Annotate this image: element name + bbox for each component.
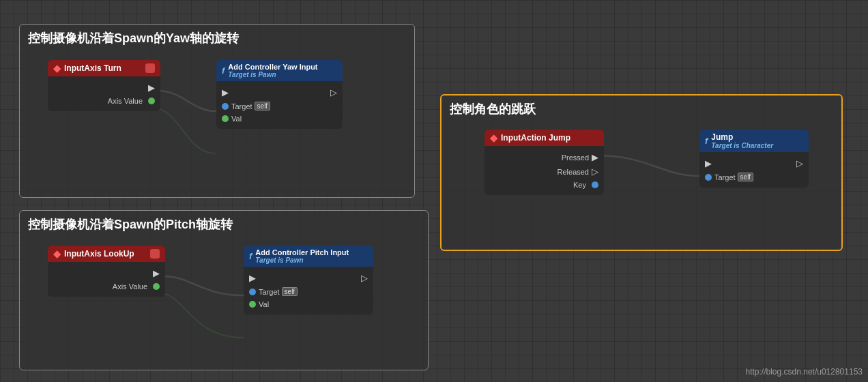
node-jump[interactable]: f Jump Target is Character ▶ ▷ Target se… — [699, 130, 809, 188]
node-inputaction-jump[interactable]: ◆ InputAction Jump Pressed ▶ Released ▷ … — [484, 130, 604, 195]
event-icon-jump: ◆ — [490, 132, 497, 143]
node-inputaxis-turn[interactable]: ◆ InputAxis Turn ▶ Axis Value — [48, 60, 160, 111]
jump-sublabel: Target is Character — [711, 142, 773, 149]
add-pitch-label: Add Controller Pitch Input — [255, 248, 349, 256]
yaw-target-label: Target — [231, 102, 252, 111]
node-add-pitch[interactable]: f Add Controller Pitch Input Target is P… — [244, 246, 373, 314]
inputaction-jump-label: InputAction Jump — [501, 133, 570, 143]
exec-out-pin: ▶ — [148, 83, 155, 93]
jump-func-target-label: Target — [714, 173, 736, 181]
pitch-target-pin — [249, 289, 256, 295]
jump-pressed-pin: ▶ — [592, 152, 598, 162]
add-pitch-sublabel: Target is Pawn — [255, 256, 349, 264]
node-add-yaw[interactable]: f Add Controller Yaw Input Target is Paw… — [216, 60, 343, 129]
group-yaw-title: 控制摄像机沿着Spawn的Yaw轴的旋转 — [28, 30, 406, 46]
func-icon-yaw: f — [222, 65, 225, 76]
yaw-self-badge: self — [255, 102, 271, 111]
jump-func-exec-out: ▷ — [796, 158, 803, 168]
jump-func-target-pin — [705, 174, 712, 181]
yaw-val-pin — [222, 115, 229, 122]
inputaxis-lookup-label: InputAxis LookUp — [64, 249, 134, 259]
jump-label: Jump — [711, 132, 773, 142]
pitch-val-pin — [249, 301, 256, 308]
pitch-exec-in: ▶ — [249, 273, 256, 283]
pitch-exec-out: ▷ — [361, 273, 368, 283]
add-yaw-label: Add Controller Yaw Input — [228, 63, 317, 71]
jump-released-pin: ▷ — [592, 166, 598, 177]
yaw-val-label: Val — [231, 115, 242, 123]
yaw-target-pin — [222, 103, 229, 110]
jump-self-badge: self — [738, 173, 754, 181]
add-yaw-sublabel: Target is Pawn — [228, 71, 317, 78]
group-pitch-title: 控制摄像机沿着Spawn的Pitch轴旋转 — [28, 216, 420, 233]
event-icon: ◆ — [53, 63, 61, 74]
watermark: http://blog.csdn.net/u012801153 — [746, 367, 863, 377]
node-inputaxis-lookup[interactable]: ◆ InputAxis LookUp ▶ Axis Value — [48, 246, 165, 297]
group-jump-title: 控制角色的跳跃 — [450, 101, 833, 117]
yaw-exec-out: ▷ — [330, 87, 337, 98]
lookup-axis-label: Axis Value — [113, 282, 147, 291]
axis-value-pin — [148, 98, 155, 104]
inputaxis-lookup-badge — [150, 249, 160, 259]
pitch-val-label: Val — [259, 300, 269, 308]
pitch-self-badge: self — [282, 287, 298, 296]
event-icon-lookup: ◆ — [53, 248, 61, 259]
inputaxis-turn-label: InputAxis Turn — [64, 63, 121, 73]
lookup-exec-out: ▶ — [153, 268, 160, 278]
inputaxis-turn-badge — [145, 63, 155, 73]
func-icon-jump: f — [705, 136, 708, 146]
jump-key-label: Key — [573, 181, 586, 189]
jump-func-exec-in: ▶ — [705, 158, 712, 168]
lookup-axis-pin — [153, 283, 160, 290]
func-icon-pitch: f — [249, 251, 252, 261]
pitch-target-label: Target — [259, 288, 280, 296]
yaw-exec-in: ▶ — [222, 87, 229, 98]
jump-key-pin — [592, 181, 598, 188]
axis-value-label: Axis Value — [108, 97, 143, 105]
jump-pressed-label: Pressed — [562, 153, 589, 162]
jump-released-label: Released — [558, 168, 589, 176]
